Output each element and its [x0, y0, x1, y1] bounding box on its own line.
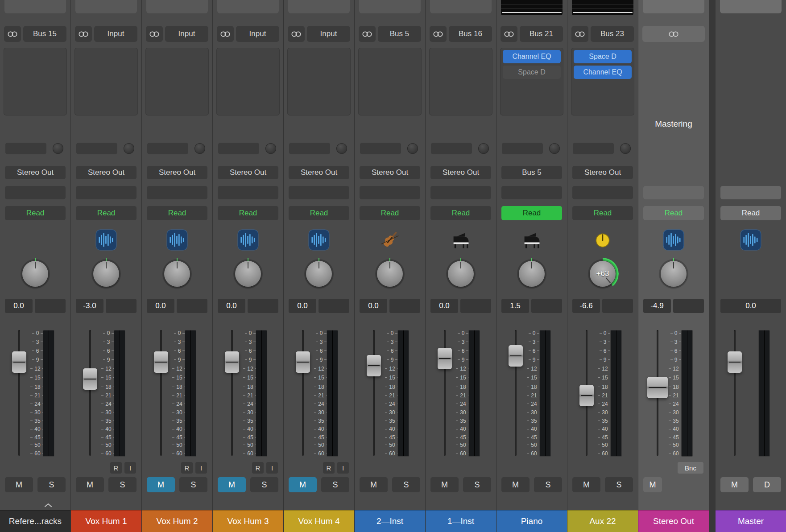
mute-button[interactable]: M — [5, 477, 33, 492]
format-button[interactable] — [288, 26, 305, 42]
solo-button[interactable]: S — [321, 477, 349, 492]
pan-knob[interactable] — [92, 260, 120, 288]
waveform-icon[interactable] — [237, 229, 259, 251]
fader-cap[interactable] — [647, 377, 668, 398]
mute-button[interactable]: M — [360, 477, 388, 492]
inserts-panel[interactable] — [429, 48, 492, 115]
volume-display[interactable]: 1.5 — [501, 299, 529, 313]
solo-button[interactable]: S — [37, 477, 66, 492]
inserts-panel[interactable] — [4, 48, 67, 115]
dial-icon[interactable] — [592, 229, 613, 251]
insert-slot-space-d[interactable]: Space D — [503, 66, 561, 79]
pan-knob-dial[interactable] — [519, 261, 545, 287]
inserts-panel[interactable] — [719, 48, 782, 115]
volume-display[interactable]: -3.0 — [76, 299, 103, 313]
automation-button[interactable]: Read — [289, 206, 349, 220]
fader[interactable] — [83, 328, 98, 460]
volume-display[interactable]: 0.0 — [147, 299, 174, 313]
format-button[interactable] — [75, 26, 92, 42]
setting-thumbnail[interactable] — [720, 0, 782, 13]
record-enable-button[interactable]: R — [252, 462, 264, 474]
group-slot[interactable] — [218, 186, 278, 199]
input-monitor-button[interactable]: I — [266, 462, 278, 474]
solo-button[interactable]: S — [534, 477, 562, 492]
peak-display[interactable] — [389, 299, 420, 313]
record-enable-button[interactable]: R — [323, 462, 335, 474]
send-knob[interactable] — [265, 143, 276, 154]
fader[interactable] — [650, 328, 665, 460]
solo-button[interactable]: S — [179, 477, 207, 492]
input-slot[interactable]: Input — [165, 26, 208, 42]
automation-button[interactable]: Read — [430, 206, 491, 220]
waveform-icon[interactable] — [740, 229, 761, 251]
track-name[interactable]: Refere...racks — [0, 510, 70, 532]
setting-thumbnail[interactable] — [430, 0, 492, 13]
send-knob[interactable] — [336, 143, 347, 154]
inserts-panel[interactable] — [216, 48, 280, 115]
setting-thumbnail[interactable] — [217, 0, 279, 13]
peak-display[interactable] — [319, 299, 349, 313]
pan-knob[interactable] — [163, 260, 191, 288]
setting-thumbnail[interactable] — [288, 0, 350, 13]
fader-cap[interactable] — [509, 345, 523, 367]
volume-display[interactable]: 0.0 — [430, 299, 458, 313]
format-button[interactable] — [642, 26, 705, 42]
input-monitor-button[interactable]: I — [195, 462, 207, 474]
send-slot[interactable] — [147, 143, 188, 154]
insert-slot-channel-eq[interactable]: Channel EQ — [574, 66, 632, 79]
insert-slot-space-d[interactable]: Space D — [574, 50, 632, 63]
send-slot[interactable] — [360, 143, 401, 154]
input-slot[interactable]: Input — [236, 26, 279, 42]
format-button[interactable] — [430, 26, 447, 42]
output-slot[interactable]: Stereo Out — [5, 166, 66, 179]
group-slot[interactable] — [572, 186, 633, 199]
peak-display[interactable] — [460, 299, 491, 313]
send-knob[interactable] — [407, 143, 418, 154]
setting-thumbnail[interactable] — [572, 0, 633, 15]
fader-cap[interactable] — [154, 351, 168, 373]
mute-button[interactable]: M — [430, 477, 459, 492]
group-slot[interactable] — [76, 186, 137, 199]
input-slot[interactable]: Bus 16 — [449, 26, 492, 42]
inserts-panel[interactable] — [287, 48, 351, 115]
mute-button[interactable]: M — [76, 477, 104, 492]
peak-display[interactable] — [531, 299, 562, 313]
pan-knob[interactable]: +63 — [588, 260, 617, 288]
setting-thumbnail[interactable] — [4, 0, 66, 13]
fader[interactable] — [437, 328, 452, 460]
pan-knob[interactable] — [447, 260, 475, 288]
fader-cap[interactable] — [728, 351, 742, 373]
input-slot[interactable]: Bus 5 — [378, 26, 421, 42]
send-knob[interactable] — [53, 143, 63, 154]
automation-button[interactable]: Read — [76, 206, 137, 220]
chevron-up-icon[interactable] — [44, 502, 53, 507]
track-name[interactable]: 1—Inst — [426, 510, 496, 532]
waveform-icon[interactable] — [95, 229, 117, 251]
pan-knob-dial[interactable] — [661, 261, 687, 287]
pan-knob[interactable] — [517, 260, 546, 288]
group-slot[interactable] — [147, 186, 207, 199]
fader[interactable] — [727, 328, 742, 460]
peak-display[interactable] — [35, 299, 66, 313]
pan-knob-dial[interactable] — [93, 261, 119, 287]
pan-knob-dial[interactable] — [235, 261, 261, 287]
fader-cap[interactable] — [83, 368, 97, 390]
volume-display[interactable]: 0.0 — [289, 299, 316, 313]
fader-cap[interactable] — [579, 385, 594, 406]
volume-display[interactable]: 0.0 — [360, 299, 387, 313]
inserts-panel[interactable] — [358, 48, 422, 115]
automation-button[interactable]: Read — [643, 206, 704, 220]
mute-button[interactable]: M — [218, 477, 246, 492]
mute-button[interactable]: M — [720, 477, 749, 492]
volume-display[interactable]: -6.6 — [572, 299, 600, 313]
inserts-panel[interactable] — [145, 48, 209, 115]
volume-display[interactable]: -4.9 — [643, 299, 671, 313]
waveform-icon[interactable] — [663, 229, 684, 251]
fader[interactable] — [12, 328, 27, 460]
pan-knob-dial[interactable] — [448, 261, 474, 287]
group-slot[interactable] — [643, 186, 704, 199]
format-button[interactable] — [4, 26, 21, 42]
fader[interactable] — [153, 328, 169, 460]
peak-display[interactable] — [177, 299, 207, 313]
input-slot[interactable]: Bus 15 — [23, 26, 66, 42]
